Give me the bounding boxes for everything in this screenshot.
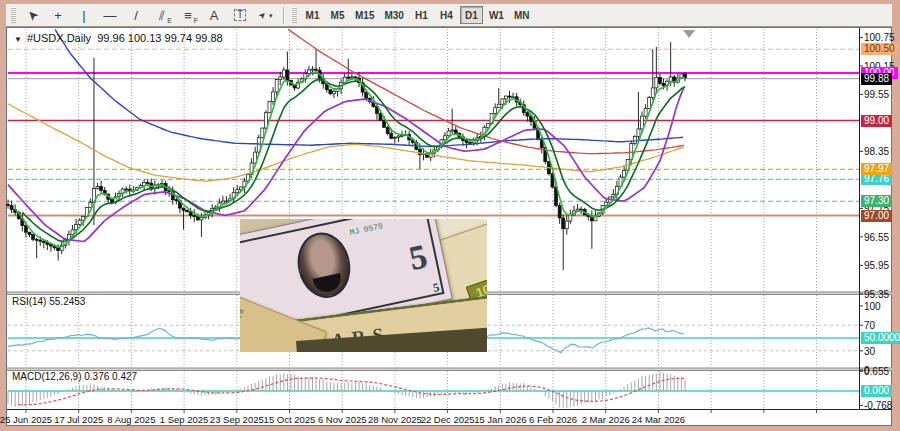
ohlc-close: 99.88 <box>195 32 223 44</box>
price-tick-96.55: 96.55 <box>864 231 889 242</box>
macd-label: MACD(12,26,9) 0.376 0.427 <box>12 371 137 382</box>
dollar-bills-photo: 1 eople 858 A 10 5 5 5 MJ 0570 FIVE DOLL… <box>240 219 487 352</box>
time-label: 2 Mar 2026 <box>582 414 630 425</box>
price-tick-100.75: 100.75 <box>864 32 895 43</box>
price-tick-95.95: 95.95 <box>864 260 889 271</box>
time-label: 6 Feb 2026 <box>529 414 577 425</box>
time-label: 15 Oct 2025 <box>264 414 316 425</box>
ohlc-low: 99.74 <box>165 32 193 44</box>
price-level-97.97: 97.97 <box>861 163 892 175</box>
macd-tick--0.768: -0.768 <box>864 400 892 411</box>
time-label: 25 Jun 2025 <box>0 414 52 425</box>
price-level-100.50: 100.50 <box>861 43 898 55</box>
time-label: 28 Nov 2025 <box>368 414 422 425</box>
time-label: 6 Nov 2025 <box>318 414 367 425</box>
price-tick-99.55: 99.55 <box>864 89 889 100</box>
chart-canvas[interactable] <box>0 0 900 431</box>
time-label: 8 Aug 2025 <box>107 414 155 425</box>
rsi-tick-100: 100 <box>864 301 881 312</box>
ohlc-high: 100.13 <box>128 32 162 44</box>
symbol-dropdown-icon[interactable]: ▼ <box>14 35 22 44</box>
price-level-97.00: 97.00 <box>861 210 892 222</box>
price-level-99.88: 99.88 <box>861 73 892 85</box>
ohlc-open: 99.96 <box>97 32 125 44</box>
rsi-tick-70: 70 <box>864 320 875 331</box>
time-label: 23 Sep 2025 <box>210 414 264 425</box>
time-label: 15 Jan 2026 <box>474 414 526 425</box>
time-label: 17 Jul 2025 <box>54 414 103 425</box>
price-tick-95.35: 95.35 <box>864 288 889 299</box>
time-label: 22 Dec 2025 <box>421 414 475 425</box>
time-label: 1 Sep 2025 <box>160 414 209 425</box>
price-level-99.00: 99.00 <box>861 115 892 127</box>
rsi-tick-30: 30 <box>864 345 875 356</box>
time-label: 24 Mar 2026 <box>632 414 685 425</box>
symbol-period: #USDX,Daily <box>27 32 91 44</box>
price-tick-98.35: 98.35 <box>864 146 889 157</box>
macd-level-0: 0.000 <box>861 385 892 397</box>
price-level-97.30: 97.30 <box>861 195 892 207</box>
rsi-level-50: 50.0000 <box>861 332 900 344</box>
rsi-label: RSI(14) 55.2453 <box>12 296 85 307</box>
macd-tick-0.655: 0.655 <box>864 366 889 377</box>
chart-title: ▼#USDX,Daily 99.96 100.13 99.74 99.88 <box>14 32 223 44</box>
mt4-window: ➤+|—/⫽E≡FAT➤▾ M1M5M15M30H1H4D1W1MN ▼#USD… <box>0 0 900 431</box>
